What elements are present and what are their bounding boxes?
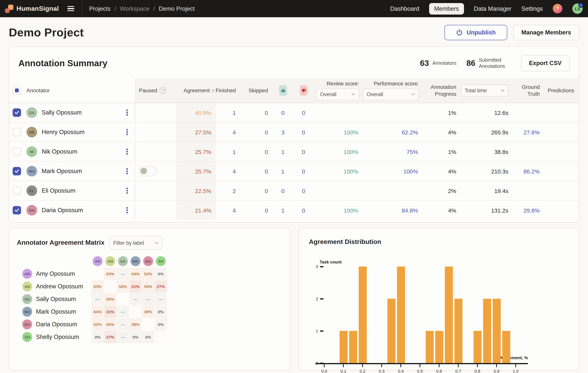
matrix-cell: — xyxy=(117,306,129,318)
paused-cell xyxy=(135,181,176,200)
row-checkbox[interactable] xyxy=(13,167,21,175)
total-time-value: 19.4s xyxy=(461,181,513,200)
breadcrumb-workspace[interactable]: Workspace xyxy=(120,5,149,12)
annotations-label: Submitted Annotations xyxy=(479,57,511,70)
kebab-menu-icon[interactable] xyxy=(123,207,131,213)
matrix-cell: — xyxy=(92,293,104,305)
thumbs-up-count: 0 xyxy=(273,103,293,122)
performance-score-dropdown[interactable]: Overall xyxy=(363,88,419,100)
avatar: DA xyxy=(22,320,32,329)
kebab-menu-icon[interactable] xyxy=(123,129,131,135)
row-menu-cell xyxy=(119,181,135,200)
thumbs-down-count: 0 xyxy=(293,123,314,142)
nav-item-members[interactable]: Members xyxy=(429,3,464,14)
col-agreement[interactable]: Agreement ↑ xyxy=(176,78,216,103)
matrix-column-avatar: SH xyxy=(156,256,166,266)
matrix-row-label: MAMark Opossum xyxy=(17,306,91,318)
col-skipped: Skipped xyxy=(241,78,273,103)
nav-item-data-manager[interactable]: Data Manager xyxy=(474,5,511,12)
kebab-menu-icon[interactable] xyxy=(123,168,131,174)
table-row: MAMark Opossum25.7%4010100%100%4%210.3s8… xyxy=(9,162,579,181)
y-tick xyxy=(320,266,324,267)
filter-by-label-dropdown[interactable]: Filter by label xyxy=(109,236,162,250)
finished-value: 4 xyxy=(216,162,241,181)
matrix-cell: 27% xyxy=(104,331,116,343)
row-avatar-cell: DA xyxy=(22,201,38,220)
paused-help-icon[interactable]: ? xyxy=(160,87,166,94)
histogram-bar xyxy=(397,266,405,363)
annotator-name: Eli Opossum xyxy=(38,181,119,200)
hamburger-menu-icon[interactable] xyxy=(67,6,74,11)
top-nav-bar: HumanSignal Projects / Workspace / Demo … xyxy=(0,0,588,17)
avatar: AN xyxy=(22,269,32,279)
annotators-label: Annotators xyxy=(432,60,456,66)
paused-toggle[interactable] xyxy=(139,166,157,176)
row-checkbox[interactable] xyxy=(13,187,21,195)
total-time-dropdown[interactable]: Total time xyxy=(461,85,508,96)
matrix-column-avatar: SA xyxy=(118,256,128,266)
page-title: Demo Project xyxy=(9,26,84,39)
row-menu-cell xyxy=(119,162,135,181)
total-time-value: 265.9s xyxy=(461,123,513,142)
export-csv-button[interactable]: Export CSV xyxy=(521,55,570,71)
annotators-stat: 63 Annotators xyxy=(420,59,456,68)
kebab-menu-icon[interactable] xyxy=(123,188,131,194)
humansignal-logo[interactable]: HumanSignal xyxy=(0,4,64,13)
row-checkbox[interactable] xyxy=(13,108,21,117)
annotator-name: Daria Opossum xyxy=(38,201,119,220)
performance-score-value: Overall xyxy=(367,91,383,97)
help-icon[interactable]: ? xyxy=(553,4,562,13)
matrix-row-label: SASally Opossum xyxy=(17,293,91,305)
kebab-menu-icon[interactable] xyxy=(123,149,131,155)
col-ground-truth: Ground Truth xyxy=(513,78,544,103)
row-checkbox-cell xyxy=(9,142,22,161)
select-all-checkbox[interactable] xyxy=(13,86,21,95)
histogram-bar xyxy=(387,299,395,363)
top-nav-menu: Dashboard Members Data Manager Settings … xyxy=(390,3,588,14)
row-checkbox-cell xyxy=(9,103,22,122)
total-time-value: 210.3s xyxy=(461,162,513,181)
table-row: DADaria Opossum21.4%4010100%84.8%4%131.2… xyxy=(9,201,579,220)
nav-item-dashboard[interactable]: Dashboard xyxy=(390,5,419,12)
matrix-cell xyxy=(129,306,142,318)
thumbs-down-icon xyxy=(300,85,308,96)
matrix-cell: 0% xyxy=(155,318,167,330)
col-annotator: Annotator xyxy=(22,78,119,103)
row-checkbox[interactable] xyxy=(13,206,21,214)
histogram-bar xyxy=(502,331,510,363)
x-tick-label: 0.7 xyxy=(452,369,464,373)
paused-cell xyxy=(135,123,176,142)
submitted-annotations-stat: 86 Submitted Annotations xyxy=(466,57,511,70)
histogram-bar xyxy=(358,266,367,363)
user-avatar[interactable]: LS xyxy=(572,3,583,14)
review-score-value: 100% xyxy=(314,123,363,142)
skipped-value: 0 xyxy=(241,181,273,200)
nav-item-settings[interactable]: Settings xyxy=(521,5,543,12)
breadcrumb-projects[interactable]: Projects xyxy=(89,5,111,12)
x-tick-label: 0.2 xyxy=(357,369,368,373)
kebab-menu-icon[interactable] xyxy=(123,110,131,116)
skipped-value: 0 xyxy=(241,201,273,220)
matrix-cell: — xyxy=(129,293,142,305)
y-axis-title: Task count xyxy=(320,260,342,264)
finished-value: 4 xyxy=(216,123,241,142)
review-score-dropdown[interactable]: Overall xyxy=(316,88,359,100)
x-tick xyxy=(439,364,440,367)
manage-members-button[interactable]: Manage Members xyxy=(513,25,579,40)
unpublish-button[interactable]: Unpublish xyxy=(444,25,507,40)
avatar: SH xyxy=(22,332,32,342)
col-finished: Finished xyxy=(216,78,241,103)
matrix-cell: — xyxy=(117,331,129,343)
row-checkbox[interactable] xyxy=(13,128,21,136)
y-tick-label: 0 xyxy=(308,361,318,365)
matrix-annotator-name: Amy Opossum xyxy=(36,270,75,277)
agreement-value: 27.5% xyxy=(176,123,216,142)
thumbs-up-count: 1 xyxy=(273,142,293,161)
matrix-annotator-name: Daria Opossum xyxy=(36,321,77,328)
matrix-cell: 0% xyxy=(142,331,154,343)
review-score-value xyxy=(314,181,363,200)
x-tick-label: 0.0 xyxy=(318,369,330,373)
x-tick-label: 0.9 xyxy=(491,369,502,373)
row-checkbox[interactable] xyxy=(13,148,21,156)
summary-title: Annotation Summary xyxy=(18,58,107,68)
